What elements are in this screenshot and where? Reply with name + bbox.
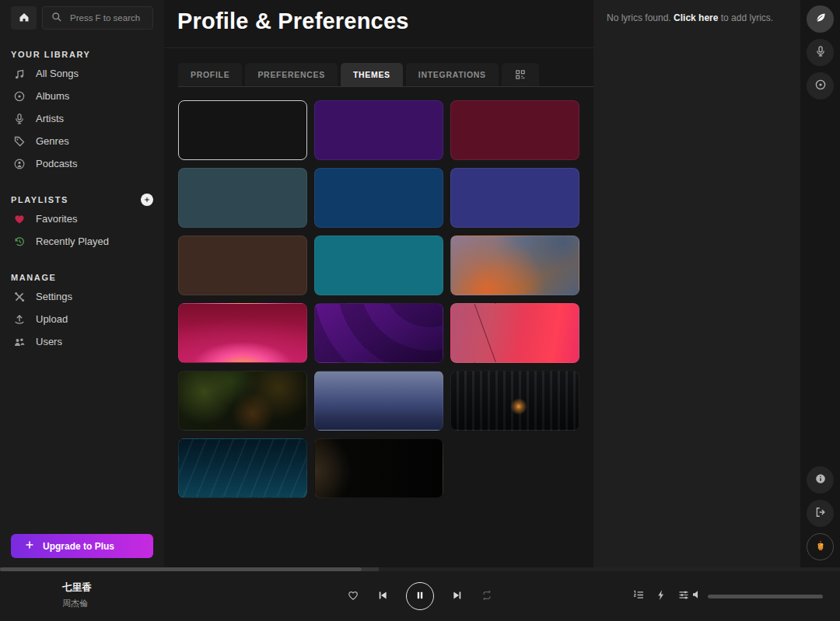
theme-purple-waves[interactable] (314, 303, 443, 363)
theme-slate-teal[interactable] (178, 168, 307, 228)
mic-button[interactable] (807, 39, 834, 66)
theme-maroon[interactable] (450, 100, 579, 160)
logout-button[interactable] (807, 500, 834, 527)
heart-outline-icon (347, 589, 359, 604)
tab-label: THEMES (353, 70, 390, 79)
scrollbar-thumb-tail (362, 567, 379, 571)
disc-icon (13, 90, 26, 103)
song-title: 七里香 (62, 581, 92, 595)
tab-preferences[interactable]: PREFERENCES (245, 63, 337, 86)
upload-icon (13, 313, 26, 326)
now-playing[interactable]: 七里香 周杰倫 (62, 581, 92, 609)
sidebar-item-genres[interactable]: Genres (11, 130, 153, 152)
add-playlist-button[interactable] (141, 194, 153, 206)
theme-brown[interactable] (178, 235, 307, 295)
logout-icon (814, 506, 827, 521)
tab-themes[interactable]: THEMES (341, 63, 403, 86)
sidebar-item-all-songs[interactable]: All Songs (11, 62, 153, 85)
home-button[interactable] (11, 6, 37, 30)
sidebar-item-label: Favorites (36, 213, 77, 225)
theme-pitch-black[interactable] (314, 438, 443, 498)
robot-icon (814, 539, 827, 554)
tab-bar: PROFILEPREFERENCESTHEMESINTEGRATIONS (178, 63, 593, 87)
info-button[interactable] (807, 466, 834, 494)
page-header: Profile & Preferences (164, 0, 593, 48)
volume-control (691, 588, 823, 604)
theme-pink-rays[interactable] (178, 303, 307, 363)
sidebar-section-label: YOUR LIBRARY (11, 50, 91, 59)
next-button[interactable] (451, 589, 464, 604)
info-icon (814, 473, 827, 487)
heart-outline-button[interactable] (347, 589, 359, 604)
sidebar-item-recently-played[interactable]: Recently Played (11, 230, 153, 253)
sidebar-item-upload[interactable]: Upload (11, 308, 153, 330)
theme-sunset-blur[interactable] (450, 235, 579, 295)
playback-controls (347, 582, 493, 610)
music-note-icon (13, 68, 26, 80)
users-icon (13, 336, 26, 348)
sidebar-item-users[interactable]: Users (11, 330, 153, 353)
theme-blue-mountains[interactable] (314, 371, 443, 431)
sidebar-item-favorites[interactable]: Favorites (11, 208, 153, 230)
previous-button[interactable] (376, 589, 389, 604)
theme-onyx[interactable] (178, 100, 307, 160)
next-icon (451, 589, 464, 604)
scrollbar-thumb[interactable] (0, 567, 362, 571)
quill-button[interactable] (807, 5, 834, 33)
theme-plum[interactable] (314, 100, 443, 160)
sidebar-item-label: All Songs (36, 68, 79, 79)
repeat-button[interactable] (481, 589, 493, 604)
volume-slider[interactable] (708, 595, 823, 598)
pause-icon (414, 589, 426, 604)
sidebar-item-label: Settings (36, 291, 72, 302)
right-rail (800, 0, 840, 572)
tab-qr[interactable] (502, 63, 539, 86)
search-input[interactable]: Press F to search (42, 6, 153, 30)
disc-icon (814, 78, 827, 93)
qr-icon (514, 68, 527, 81)
quill-icon (814, 12, 827, 26)
history-icon (13, 235, 26, 248)
theme-forest-light[interactable] (450, 371, 579, 431)
home-icon (18, 11, 30, 26)
sidebar-item-podcasts[interactable]: Podcasts (11, 152, 153, 175)
disc-button[interactable] (807, 72, 834, 99)
sliders-button[interactable] (677, 589, 690, 604)
lyrics-empty-text: No lyrics found. (607, 12, 674, 23)
sidebar-topbar: Press F to search (11, 6, 153, 30)
main-content: Profile & Preferences PROFILEPREFERENCES… (164, 0, 593, 572)
lyrics-panel: No lyrics found. Click here to add lyric… (593, 0, 800, 572)
robot-button[interactable] (807, 533, 834, 560)
theme-navy[interactable] (314, 168, 443, 228)
lyrics-empty-suffix: to add lyrics. (721, 12, 773, 23)
tab-label: INTEGRATIONS (418, 70, 486, 79)
upgrade-label: Upgrade to Plus (43, 541, 114, 552)
bolt-icon (655, 589, 667, 604)
plus-icon (23, 539, 36, 553)
tab-profile[interactable]: PROFILE (178, 63, 242, 86)
theme-deep-ocean[interactable] (178, 438, 307, 498)
sidebar-item-artists[interactable]: Artists (11, 107, 153, 130)
sidebar: Press F to search YOUR LIBRARYAll SongsA… (0, 0, 164, 572)
sidebar-section-manage: MANAGESettingsUploadUsers (11, 270, 153, 353)
sidebar-item-albums[interactable]: Albums (11, 85, 153, 107)
queue-button[interactable] (632, 589, 645, 604)
theme-grid (164, 87, 593, 511)
pause-button[interactable] (406, 582, 434, 610)
sidebar-section-your-library: YOUR LIBRARYAll SongsAlbumsArtistsGenres… (11, 47, 153, 175)
upgrade-to-plus-button[interactable]: Upgrade to Plus (11, 534, 153, 558)
mic-icon (814, 45, 827, 60)
theme-indigo[interactable] (450, 168, 579, 228)
sidebar-item-settings[interactable]: Settings (11, 285, 153, 308)
tab-integrations[interactable]: INTEGRATIONS (406, 63, 499, 86)
theme-jungle[interactable] (178, 371, 307, 431)
player-right-controls (632, 589, 690, 604)
tab-label: PREFERENCES (257, 70, 324, 79)
sidebar-section-playlists: PLAYLISTSFavoritesRecently Played (11, 192, 153, 253)
bolt-button[interactable] (655, 589, 667, 604)
horizontal-scrollbar[interactable] (0, 567, 840, 571)
add-lyrics-link[interactable]: Click here (674, 12, 718, 23)
theme-pink-metal[interactable] (450, 303, 579, 363)
queue-icon (632, 589, 645, 604)
theme-teal[interactable] (314, 235, 443, 295)
